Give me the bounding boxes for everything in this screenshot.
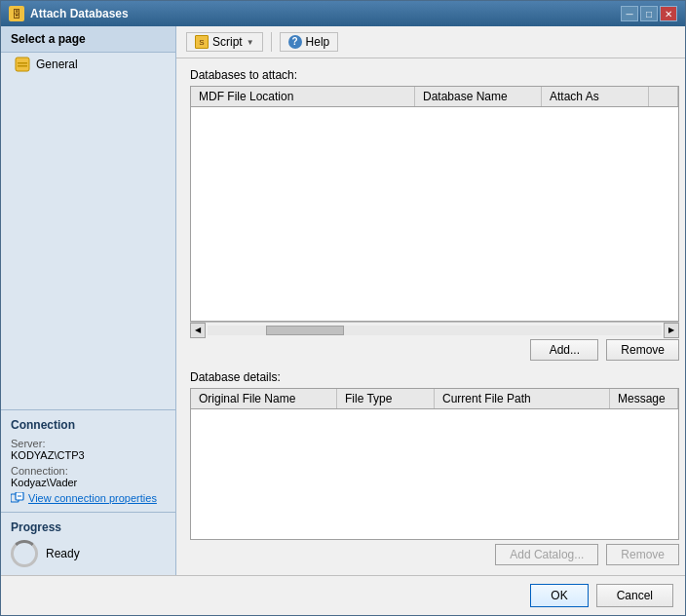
ok-button[interactable]: OK xyxy=(530,584,588,607)
title-bar-left: 🗄 Attach Databases xyxy=(9,6,129,21)
connection-label: Connection: xyxy=(11,465,166,477)
server-detail: Server: KODYAZ\CTP3 xyxy=(11,438,166,461)
add-button[interactable]: Add... xyxy=(530,339,598,361)
server-label: Server: xyxy=(11,438,166,449)
databases-table: MDF File Location Database Name Attach A… xyxy=(190,86,679,322)
connection-value: Kodyaz\Vader xyxy=(11,477,166,488)
col-filetype-header: File Type xyxy=(337,389,435,408)
hscroll-track xyxy=(208,326,662,335)
details-section: Database details: Original File Name Fil… xyxy=(190,370,679,565)
toolbar-separator xyxy=(271,32,272,52)
databases-action-row: Add... Remove xyxy=(190,339,679,361)
remove-button[interactable]: Remove xyxy=(606,339,679,361)
script-label: Script xyxy=(212,35,243,49)
footer: OK Cancel xyxy=(1,575,685,615)
select-page-header: Select a page xyxy=(1,26,175,53)
script-icon: S xyxy=(195,35,209,49)
hscroll-left-btn[interactable]: ◀ xyxy=(190,323,206,338)
details-table-header: Original File Name File Type Current Fil… xyxy=(191,389,678,409)
sidebar-item-general[interactable]: General xyxy=(1,53,175,76)
databases-table-body xyxy=(191,107,678,263)
horizontal-scrollbar[interactable]: ◀ ▶ xyxy=(190,322,679,337)
general-label: General xyxy=(36,58,78,71)
connection-section: Connection Server: KODYAZ\CTP3 Connectio… xyxy=(1,409,175,512)
cancel-button[interactable]: Cancel xyxy=(596,584,673,607)
databases-section: Databases to attach: MDF File Location D… xyxy=(190,68,679,361)
main-window: 🗄 Attach Databases ─ □ ✕ Select a page G… xyxy=(0,0,686,616)
col-attach-header: Attach As xyxy=(542,87,649,106)
title-bar: 🗄 Attach Databases ─ □ ✕ xyxy=(1,1,685,26)
progress-header: Progress xyxy=(11,520,166,534)
window-title: Attach Databases xyxy=(30,7,129,20)
details-remove-button[interactable]: Remove xyxy=(606,544,679,565)
svg-rect-0 xyxy=(16,58,29,71)
progress-status: Ready xyxy=(46,547,80,560)
details-table-body xyxy=(191,409,678,487)
window-icon: 🗄 xyxy=(9,6,24,21)
help-button[interactable]: ? Help xyxy=(280,32,339,52)
col-origname-header: Original File Name xyxy=(191,389,337,408)
progress-content: Ready xyxy=(11,540,166,567)
progress-section: Progress Ready xyxy=(1,512,175,575)
progress-spinner xyxy=(11,540,38,567)
svg-rect-1 xyxy=(18,62,27,64)
left-panel: Select a page General Connection Server:… xyxy=(1,26,176,575)
view-connection-text: View connection properties xyxy=(28,492,157,504)
right-content: Databases to attach: MDF File Location D… xyxy=(176,58,685,575)
toolbar: S Script ▼ ? Help xyxy=(176,26,685,58)
col-message-header: Message xyxy=(610,389,678,408)
col-extra-header xyxy=(649,87,678,106)
col-currpath-header: Current File Path xyxy=(435,389,610,408)
col-mdf-header: MDF File Location xyxy=(191,87,415,106)
databases-label: Databases to attach: xyxy=(190,68,679,82)
hscroll-right-btn[interactable]: ▶ xyxy=(664,323,679,338)
help-icon: ? xyxy=(288,35,302,49)
server-value: KODYAZ\CTP3 xyxy=(11,449,166,461)
details-label: Database details: xyxy=(190,370,679,384)
close-button[interactable]: ✕ xyxy=(660,6,677,21)
minimize-button[interactable]: ─ xyxy=(621,6,638,21)
svg-rect-2 xyxy=(18,65,27,67)
script-dropdown-arrow: ▼ xyxy=(247,38,254,47)
view-connection-link[interactable]: View connection properties xyxy=(11,492,166,504)
col-dbname-header: Database Name xyxy=(415,87,542,106)
hscroll-thumb[interactable] xyxy=(266,326,344,335)
main-content: Select a page General Connection Server:… xyxy=(1,26,685,575)
connection-link-icon xyxy=(11,492,24,504)
details-table: Original File Name File Type Current Fil… xyxy=(190,388,679,540)
maximize-button[interactable]: □ xyxy=(640,6,658,21)
databases-table-header: MDF File Location Database Name Attach A… xyxy=(191,87,678,107)
title-controls: ─ □ ✕ xyxy=(621,6,677,21)
add-catalog-button[interactable]: Add Catalog... xyxy=(495,544,598,565)
help-label: Help xyxy=(306,35,330,49)
details-action-row: Add Catalog... Remove xyxy=(190,544,679,565)
general-icon xyxy=(15,57,30,72)
connection-header: Connection xyxy=(11,418,166,432)
right-panel: S Script ▼ ? Help Databases to attach: xyxy=(176,26,685,575)
script-button[interactable]: S Script ▼ xyxy=(186,32,263,52)
connection-detail: Connection: Kodyaz\Vader xyxy=(11,465,166,488)
